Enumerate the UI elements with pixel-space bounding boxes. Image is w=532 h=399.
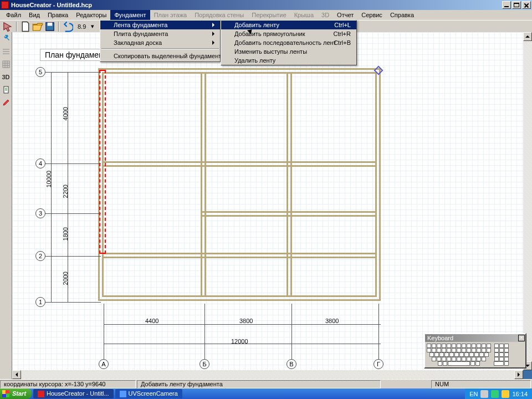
lines-icon[interactable] [1,47,11,57]
axis-bubble-b: Б [200,359,209,369]
menu-strip-foundation[interactable]: Лента фундамента [100,21,220,29]
dropdown-icon[interactable]: ▾ [87,21,98,32]
inner-wall-h1[interactable] [104,161,375,167]
menu-foundation[interactable]: Фундамент [110,10,150,20]
inner-wall-v1[interactable] [201,74,206,295]
menu-add-strip[interactable]: Добавить лентуCtrl+L [221,21,356,29]
wrench-icon[interactable] [1,34,11,44]
menu-wallorder[interactable]: Порядовка стены [191,10,248,20]
dim-h-3800b: 3800 [325,318,339,324]
new-file-icon[interactable] [20,21,31,32]
shortcut: Ctrl+R [334,30,351,37]
maximize-button[interactable] [512,1,521,9]
task-housecreator[interactable]: HouseCreator - Untitl... [33,389,113,398]
dim-h-4400: 4400 [145,318,158,324]
keyboard-title-label: Keyboard [427,335,453,341]
menu-add-rect[interactable]: Добавить прямоугольникCtrl+R [221,29,356,38]
axis-bubble-4: 4 [35,158,45,168]
axis-bubble-5: 5 [35,67,45,77]
axis-bubble-2: 2 [35,251,45,261]
shortcut: Ctrl+B [334,39,351,46]
label: Лента фундамента [114,22,167,28]
menu-edit-protrusions[interactable]: Изменить выступы ленты [221,47,356,56]
menu-separator [101,48,219,49]
drawing-canvas[interactable]: План фундамента: 5 4 3 2 1 А Б В Г 10000… [12,32,523,379]
dropdown-strip: Добавить лентуCtrl+L Добавить прямоуголь… [221,20,357,65]
menu-report[interactable]: Отчет [333,10,357,20]
label: Плита фундамента [114,30,168,37]
tray-lang[interactable]: EN [469,391,478,397]
scroll-right-button[interactable] [514,370,523,379]
label: Скопировать выделенный фундамент [114,53,221,59]
menu-slab-foundation[interactable]: Плита фундамента [100,29,220,38]
task-icon [38,391,44,397]
grid-icon[interactable] [1,59,11,69]
arrow-tool-icon[interactable] [2,21,13,32]
statusbar: координаты курсора: x=-130 y=9640 Добави… [0,379,532,388]
menu-roof[interactable]: Крыша [290,10,318,20]
menu-copy-selected[interactable]: Скопировать выделенный фундамент [100,50,220,62]
pencil-icon[interactable] [1,98,11,108]
menubar: Файл Вид Правка Редакторы Фундамент План… [0,10,532,20]
menu-slab[interactable]: Перекрытие [248,10,290,20]
menu-file[interactable]: Файл [2,10,25,20]
axis-bubble-v: В [287,359,296,369]
menu-floorplan[interactable]: План этажа [150,10,191,20]
menu-3d[interactable]: 3D [318,10,333,20]
undo-icon[interactable] [62,21,73,32]
foundation-outline[interactable] [98,68,381,301]
inner-wall-h3[interactable] [104,253,375,258]
menu-help[interactable]: Справка [386,10,418,20]
keyboard-title[interactable]: Keyboard × [425,334,525,342]
selected-strip[interactable] [99,70,106,254]
side-toolbar: 3D [0,32,12,379]
tray-clock: 16:14 [512,391,528,397]
save-file-icon[interactable] [44,21,55,32]
scroll-left-button[interactable] [12,370,21,379]
keyboard-close-icon[interactable]: × [518,335,525,341]
axis-bubble-3: 3 [35,208,45,218]
scroll-up-button[interactable] [523,32,532,41]
tray-icon[interactable] [491,390,499,398]
dim-line-v-inner [68,72,68,302]
status-coords: координаты курсора: x=-130 y=9640 [0,380,136,388]
svg-rect-2 [3,61,9,68]
label: Изменить выступы ленты [234,48,307,55]
inner-wall-v2[interactable] [287,74,292,295]
menu-editors[interactable]: Редакторы [72,10,110,20]
tray-icon[interactable] [480,390,488,398]
vertical-scrollbar[interactable] [523,32,532,370]
dim-line-v-outer [51,72,52,302]
axis-bubble-a: А [99,359,109,369]
menu-edit[interactable]: Правка [44,10,72,20]
menu-view[interactable]: Вид [25,10,44,20]
inner-wall-h2[interactable] [202,211,375,217]
submenu-arrow-icon [212,23,217,27]
submenu-arrow-icon [212,32,217,36]
keyboard-keys [425,342,525,367]
minimize-button[interactable] [502,1,511,9]
horizontal-scrollbar[interactable] [12,370,523,379]
onscreen-keyboard[interactable]: Keyboard × [424,333,526,369]
open-file-icon[interactable] [32,21,43,32]
task-label: UVScreenCamera [129,389,178,398]
3d-icon[interactable]: 3D [1,72,11,82]
label: Удалить ленту [234,57,275,64]
scroll-track-h[interactable] [21,370,514,379]
tray-icon[interactable] [502,390,509,398]
status-hint: Добавить ленту фундамента [137,380,381,388]
menu-delete-strip[interactable]: Удалить ленту [221,56,356,65]
menu-sill-board[interactable]: Закладная доска [100,38,220,47]
task-uvscreencamera[interactable]: UVScreenCamera [115,389,182,398]
task-label: HouseCreator - Untitl... [47,389,109,398]
menu-add-sequence[interactable]: Добавить последовательность лентCtrl+B [221,38,356,47]
dim-line-h-outer [104,344,381,344]
menu-service[interactable]: Сервис [357,10,386,20]
doc-icon[interactable] [1,85,11,95]
titlebar: HouseCreator - Untitled.hcp [0,0,532,10]
close-button[interactable] [522,1,531,9]
scroll-track-v[interactable] [523,41,532,361]
start-button[interactable]: Start [0,388,32,399]
system-tray[interactable]: EN 16:14 [465,388,532,399]
dim-line-h-inner [104,324,381,325]
